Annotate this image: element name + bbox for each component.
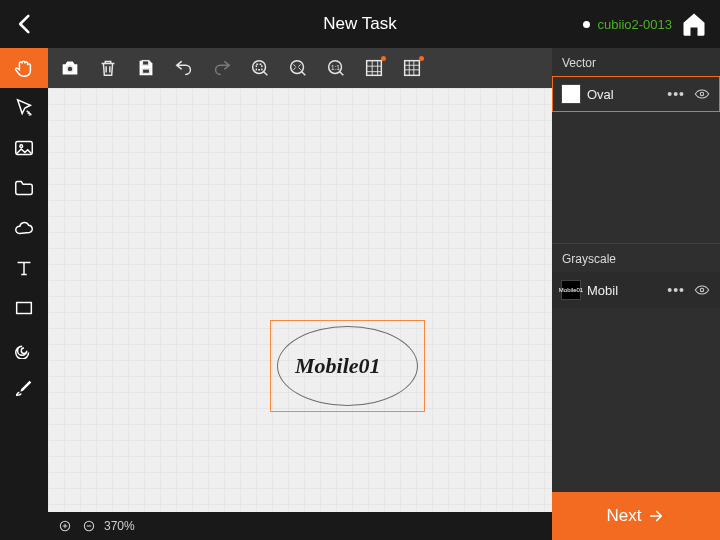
canvas[interactable]: Mobile01 [48, 88, 552, 512]
right-panel: Vector Oval ••• Grayscale Mobile01 [552, 48, 720, 540]
layer-more-button[interactable]: ••• [665, 282, 687, 298]
canvas-grid [48, 88, 552, 512]
rectangle-tool[interactable] [0, 288, 48, 328]
svg-rect-8 [256, 64, 262, 70]
redo-button [206, 52, 238, 84]
svg-point-17 [700, 289, 703, 292]
zoom-fit-button[interactable] [244, 52, 276, 84]
left-toolbar: + [0, 48, 48, 540]
trash-button[interactable] [92, 52, 124, 84]
folder-tool[interactable] [0, 168, 48, 208]
grid-b-button[interactable] [396, 52, 428, 84]
vector-section-title: Vector [552, 48, 720, 76]
svg-rect-13 [405, 61, 420, 76]
image-tool[interactable] [0, 128, 48, 168]
grid-a-button[interactable] [358, 52, 390, 84]
layer-oval[interactable]: Oval ••• [552, 76, 720, 112]
hand-tool[interactable] [0, 48, 48, 88]
canvas-text[interactable]: Mobile01 [295, 353, 381, 379]
top-bar: New Task cubiio2-0013 [0, 0, 720, 48]
vector-layer-list: Oval ••• [552, 76, 720, 112]
status-dot-icon [583, 21, 590, 28]
zoom-in-icon[interactable] [56, 517, 74, 535]
zoom-out-icon[interactable] [80, 517, 98, 535]
svg-rect-6 [142, 69, 149, 74]
layer-more-button[interactable]: ••• [665, 86, 687, 102]
visibility-toggle-icon[interactable] [693, 85, 711, 103]
svg-point-4 [67, 66, 73, 72]
zoom-in-button[interactable] [282, 52, 314, 84]
spiral-tool[interactable] [0, 328, 48, 368]
grayscale-section-title: Grayscale [552, 244, 720, 272]
svg-text:+: + [27, 110, 32, 119]
svg-point-16 [700, 92, 703, 95]
text-tool[interactable] [0, 248, 48, 288]
svg-rect-12 [367, 61, 382, 76]
svg-point-2 [20, 145, 23, 148]
top-toolbar: 1:1 [48, 48, 552, 88]
svg-point-7 [253, 61, 266, 74]
zoom-level-label: 370% [104, 519, 135, 533]
cloud-tool[interactable] [0, 208, 48, 248]
layer-label: Oval [587, 87, 659, 102]
home-button[interactable] [680, 10, 708, 38]
layer-thumb [561, 84, 581, 104]
device-id-label: cubiio2-0013 [598, 17, 672, 32]
zoom-1to1-button[interactable]: 1:1 [320, 52, 352, 84]
visibility-toggle-icon[interactable] [693, 281, 711, 299]
layer-thumb: Mobile01 [561, 280, 581, 300]
svg-text:1:1: 1:1 [331, 64, 340, 71]
arrow-right-icon [647, 507, 665, 525]
save-button[interactable] [130, 52, 162, 84]
zoom-bar: 370% [48, 512, 552, 540]
layer-mobil[interactable]: Mobile01 Mobil ••• [552, 272, 720, 308]
camera-button[interactable] [54, 52, 86, 84]
grayscale-layer-list: Mobile01 Mobil ••• [552, 272, 720, 308]
next-button[interactable]: Next [552, 492, 720, 540]
layer-label: Mobil [587, 283, 659, 298]
brush-tool[interactable] [0, 368, 48, 408]
undo-button[interactable] [168, 52, 200, 84]
svg-point-9 [291, 61, 304, 74]
back-button[interactable] [12, 10, 40, 38]
selection-tool[interactable]: + [0, 88, 48, 128]
svg-rect-5 [142, 61, 148, 66]
svg-rect-3 [17, 303, 32, 314]
next-label: Next [607, 506, 642, 526]
